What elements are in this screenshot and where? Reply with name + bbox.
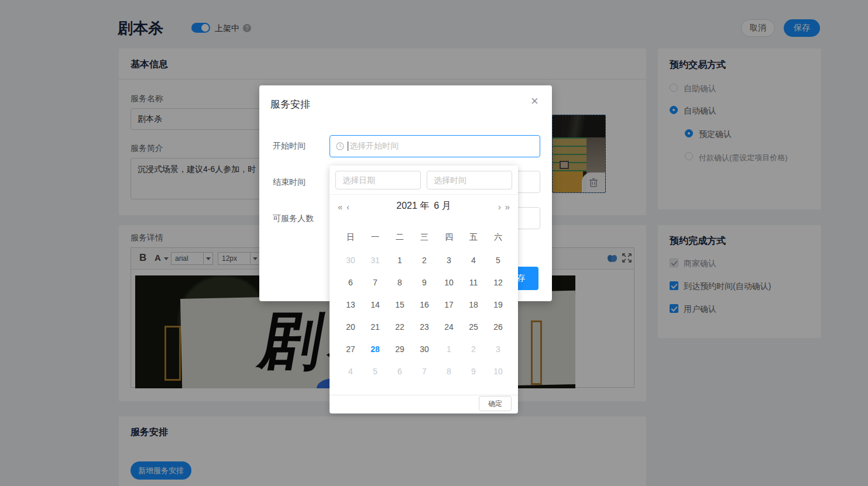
screen: 剧本杀 上架中 ? 取消 保存 基本信息 服务名称 服务简介 沉浸式场景，建议4… [0, 0, 868, 486]
weekday-label: 六 [486, 229, 510, 246]
calendar-day[interactable]: 2 [412, 249, 437, 271]
calendar-day[interactable]: 28 [363, 338, 387, 360]
next-year-button[interactable]: » [505, 200, 510, 214]
calendar-day[interactable]: 12 [486, 271, 510, 294]
calendar-day[interactable]: 26 [486, 316, 510, 338]
weekday-label: 四 [437, 229, 461, 246]
clock-icon [336, 142, 344, 150]
calendar-day[interactable]: 21 [363, 316, 387, 338]
calendar-grid: 3031123456789101112131415161718192021222… [338, 249, 510, 382]
end-time-label: 结束时间 [273, 177, 306, 188]
calendar-day[interactable]: 19 [486, 294, 510, 316]
calendar-day[interactable]: 24 [437, 316, 461, 338]
calendar-day[interactable]: 8 [437, 360, 461, 382]
calendar-day[interactable]: 27 [338, 338, 363, 360]
close-icon[interactable]: × [531, 94, 538, 109]
calendar-day[interactable]: 3 [437, 249, 461, 271]
calendar-day[interactable]: 3 [486, 338, 510, 360]
calendar-day[interactable]: 10 [437, 271, 461, 294]
calendar-day[interactable]: 29 [387, 338, 412, 360]
calendar-day[interactable]: 15 [387, 294, 412, 316]
weekday-label: 三 [412, 229, 437, 246]
calendar-day[interactable]: 14 [363, 294, 387, 316]
ok-button[interactable]: 确定 [479, 396, 512, 411]
calendar-day[interactable]: 5 [486, 249, 510, 271]
calendar-day[interactable]: 16 [412, 294, 437, 316]
calendar-day[interactable]: 18 [461, 294, 486, 316]
weekday-label: 五 [461, 229, 486, 246]
capacity-label: 可服务人数 [273, 213, 314, 224]
divider [330, 194, 518, 195]
calendar-day[interactable]: 8 [387, 271, 412, 294]
calendar-day[interactable]: 31 [363, 249, 387, 271]
calendar-day[interactable]: 22 [387, 316, 412, 338]
calendar-day[interactable]: 20 [338, 316, 363, 338]
calendar-day[interactable]: 2 [461, 338, 486, 360]
calendar-day[interactable]: 7 [412, 360, 437, 382]
calendar-day[interactable]: 1 [387, 249, 412, 271]
calendar-day[interactable]: 23 [412, 316, 437, 338]
calendar-day[interactable]: 17 [437, 294, 461, 316]
calendar-day[interactable]: 30 [412, 338, 437, 360]
calendar-day[interactable]: 13 [338, 294, 363, 316]
date-input[interactable] [335, 171, 421, 189]
weekday-label: 一 [363, 229, 387, 246]
calendar-day[interactable]: 1 [437, 338, 461, 360]
start-time-input[interactable]: 选择开始时间 [330, 135, 540, 157]
weekday-label: 二 [387, 229, 412, 246]
calendar-day[interactable]: 25 [461, 316, 486, 338]
calendar-day[interactable]: 4 [461, 249, 486, 271]
calendar-day[interactable]: 9 [412, 271, 437, 294]
time-input[interactable] [427, 171, 512, 189]
start-time-label: 开始时间 [273, 141, 306, 151]
next-month-button[interactable]: › [498, 200, 501, 214]
calendar-day[interactable]: 30 [338, 249, 363, 271]
divider [330, 395, 518, 395]
calendar-day[interactable]: 6 [338, 271, 363, 294]
calendar-header: 2021 年 6 月 [330, 200, 518, 212]
calendar-day[interactable]: 4 [338, 360, 363, 382]
weekday-label: 日 [338, 229, 363, 246]
calendar-day[interactable]: 11 [461, 271, 486, 294]
start-time-placeholder: 选择开始时间 [349, 141, 399, 151]
month-select[interactable]: 6 月 [434, 200, 451, 212]
year-select[interactable]: 2021 年 [396, 200, 429, 212]
calendar-day[interactable]: 7 [363, 271, 387, 294]
calendar-day[interactable]: 5 [363, 360, 387, 382]
text-cursor [348, 142, 348, 151]
calendar-day[interactable]: 10 [486, 360, 510, 382]
datepicker-dropdown: « ‹ 2021 年 6 月 › » 日一二三四五六 3031123456789… [330, 166, 518, 413]
calendar-day[interactable]: 9 [461, 360, 486, 382]
weekday-row: 日一二三四五六 [338, 229, 510, 246]
modal-title: 服务安排 [270, 98, 310, 111]
calendar-day[interactable]: 6 [387, 360, 412, 382]
